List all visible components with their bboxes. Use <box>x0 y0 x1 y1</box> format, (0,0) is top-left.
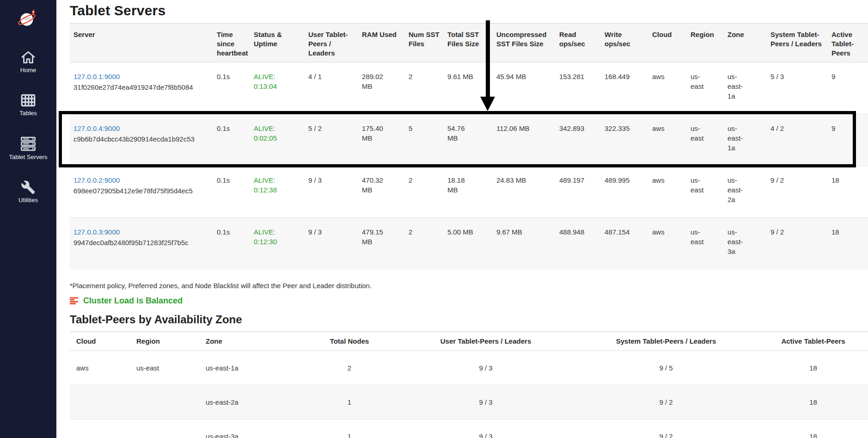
num-sst-cell: 2 <box>405 218 444 270</box>
sidebar: Home Tables Tablet Servers <box>0 0 56 438</box>
server-uuid: 31f0260e27d74ea4919247de7f8b5084 <box>73 82 209 92</box>
col-read-ops: Read ops/sec <box>556 24 601 62</box>
user-peers-cell: 4 / 1 <box>305 62 358 114</box>
uptime-value: 0:12:30 <box>254 237 301 247</box>
col-system-peers: System Tablet-Peers / Leaders <box>767 24 828 62</box>
table-row: 127.0.0.1:9000 31f0260e27d74ea4919247de7… <box>70 62 868 114</box>
read-ops-cell: 489.197 <box>556 166 601 218</box>
sidebar-item-utilities-label: Utilities <box>0 197 56 204</box>
num-sst-cell: 5 <box>405 114 444 166</box>
zcell-region <box>130 419 199 438</box>
status-label: ALIVE: <box>254 175 301 185</box>
server-uuid: c9b6b7d4cbcc43b290914ecda1b92c53 <box>73 134 209 144</box>
zcell-cloud: aws <box>70 351 130 385</box>
region-cell: us-east <box>687 218 724 270</box>
system-peers-cell: 9 / 2 <box>767 166 828 218</box>
col-region: Region <box>687 24 724 62</box>
active-peers-cell: 9 <box>828 114 868 166</box>
col-status: Status & Uptime <box>250 24 305 62</box>
sidebar-item-tables[interactable]: Tables <box>0 93 56 117</box>
status-cell: ALIVE: 0:02:05 <box>250 114 305 166</box>
sidebar-item-home-label: Home <box>0 67 56 74</box>
ram-cell: 479.15 MB <box>358 218 405 270</box>
zcol-region: Region <box>130 332 199 351</box>
sidebar-item-home[interactable]: Home <box>0 50 56 74</box>
user-peers-cell: 9 / 3 <box>305 218 358 270</box>
write-ops-cell: 487.154 <box>601 218 648 270</box>
server-link[interactable]: 127.0.0.4:9000 <box>73 124 120 132</box>
zcell-total-nodes: 1 <box>301 385 398 419</box>
status-label: ALIVE: <box>254 72 301 81</box>
server-link[interactable]: 127.0.0.3:9000 <box>73 228 120 236</box>
active-peers-cell: 9 <box>828 62 868 114</box>
sidebar-item-tablet-servers[interactable]: Tablet Servers <box>0 136 56 160</box>
zone-cell: us-east-1a <box>724 62 767 114</box>
num-sst-cell: 2 <box>405 166 444 218</box>
zcol-zone: Zone <box>199 332 301 351</box>
active-peers-cell: 18 <box>828 166 868 218</box>
col-write-ops: Write ops/sec <box>601 24 648 62</box>
server-link[interactable]: 127.0.0.1:9000 <box>73 73 120 80</box>
zcell-active-peers: 18 <box>758 385 868 419</box>
zcell-user-peers: 9 / 3 <box>398 351 574 385</box>
tserver-header-row: Server Time since heartbeat Status & Upt… <box>70 24 868 62</box>
total-sst-cell: 5.00 MB <box>444 218 493 270</box>
zcol-user-peers: User Tablet-Peers / Leaders <box>398 332 574 351</box>
region-cell: us-east <box>687 166 724 218</box>
col-uncompressed-sst: Uncompressed SST Files Size <box>493 24 556 62</box>
col-cloud: Cloud <box>648 24 687 62</box>
zcell-cloud <box>70 385 130 419</box>
ram-cell: 175.40 MB <box>358 114 405 166</box>
zone-row: aws us-east us-east-1a 2 9 / 3 9 / 5 18 <box>70 351 868 385</box>
col-total-sst: Total SST Files Size <box>444 24 493 62</box>
zone-header-row: Cloud Region Zone Total Nodes User Table… <box>70 332 868 351</box>
server-uuid: 698ee072905b412e9e78fd75f95d4ec5 <box>73 186 209 196</box>
zcol-active-peers: Active Tablet-Peers <box>758 332 868 351</box>
zcol-system-peers: System Tablet-Peers / Leaders <box>574 332 758 351</box>
zcell-user-peers: 9 / 3 <box>398 385 574 419</box>
balance-bars-icon <box>70 297 79 305</box>
sidebar-item-utilities[interactable]: Utilities <box>0 180 56 204</box>
read-ops-cell: 153.281 <box>556 62 601 114</box>
user-peers-cell: 5 / 2 <box>305 114 358 166</box>
uptime-value: 0:02:05 <box>254 133 301 143</box>
tablet-servers-icon <box>19 136 37 152</box>
zcell-total-nodes: 2 <box>301 351 398 385</box>
zone-row: us-east-3a 1 9 / 3 9 / 2 18 <box>70 419 868 438</box>
col-heartbeat: Time since heartbeat <box>213 24 250 62</box>
cloud-cell: aws <box>648 62 687 114</box>
rocket-planet-logo[interactable] <box>17 6 40 30</box>
col-active-peers: Active Tablet-Peers <box>828 24 868 62</box>
main-content: Tablet Servers Server Time since heartbe… <box>56 0 868 438</box>
zcell-system-peers: 9 / 2 <box>574 419 758 438</box>
table-row: 127.0.0.2:9000 698ee072905b412e9e78fd75f… <box>70 166 868 218</box>
region-cell: us-east <box>687 62 724 114</box>
uncompressed-sst-cell: 45.94 MB <box>493 62 556 114</box>
cluster-load-text: Cluster Load is Balanced <box>83 296 183 306</box>
heartbeat-cell: 0.1s <box>213 166 250 218</box>
cloud-cell: aws <box>648 166 687 218</box>
sidebar-item-tablet-servers-label: Tablet Servers <box>0 154 56 160</box>
status-label: ALIVE: <box>254 227 301 237</box>
zcell-total-nodes: 1 <box>301 419 398 438</box>
write-ops-cell: 322.335 <box>601 114 648 166</box>
zcell-cloud <box>70 419 130 438</box>
read-ops-cell: 488.948 <box>556 218 601 270</box>
zone-cell: us-east-1a <box>724 114 767 166</box>
zcell-zone: us-east-2a <box>199 385 301 419</box>
cluster-load-status: Cluster Load is Balanced <box>70 296 868 306</box>
read-ops-cell: 342.893 <box>556 114 601 166</box>
zone-table: Cloud Region Zone Total Nodes User Table… <box>70 332 868 438</box>
home-icon <box>20 50 37 65</box>
system-peers-cell: 4 / 2 <box>767 114 828 166</box>
write-ops-cell: 489.995 <box>601 166 648 218</box>
zcol-total-nodes: Total Nodes <box>301 332 398 351</box>
server-link[interactable]: 127.0.0.2:9000 <box>73 176 120 184</box>
section-title-zones: Tablet-Peers by Availability Zone <box>70 313 868 326</box>
zone-cell: us-east-3a <box>724 218 767 270</box>
region-cell: us-east <box>687 114 724 166</box>
system-peers-cell: 5 / 3 <box>767 62 828 114</box>
col-zone: Zone <box>724 24 767 62</box>
tablet-servers-table: Server Time since heartbeat Status & Upt… <box>70 23 868 270</box>
status-cell: ALIVE: 0:13:04 <box>250 62 305 114</box>
